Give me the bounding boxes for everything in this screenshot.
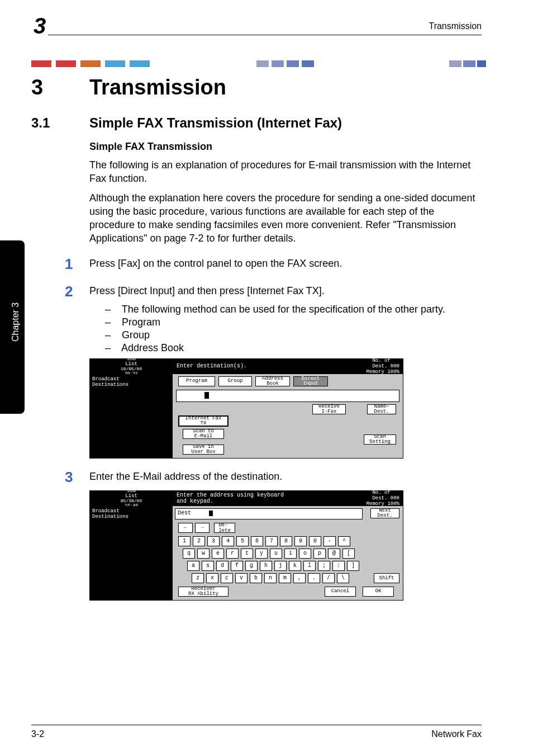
stripe <box>56 60 76 67</box>
direct-input-button[interactable]: Direct Input <box>293 376 328 386</box>
keyboard-key[interactable]: i <box>284 549 297 559</box>
keyboard-key[interactable]: 0 <box>309 536 321 546</box>
h2-number: 3.1 <box>31 115 89 131</box>
stripe <box>105 60 125 67</box>
keyboard-key[interactable]: 3 <box>207 536 220 546</box>
lcd-2: Job List 05/30/06 16:49 Enter the addres… <box>89 490 403 601</box>
shift-button[interactable]: Shift <box>374 573 399 583</box>
step-3: 3 Enter the E-Mail address of the destin… <box>65 469 482 486</box>
keyboard-key[interactable]: c <box>221 573 233 583</box>
lcd-screenshot-1: Job List 10/05/06 20:31 Enter destinatio… <box>89 358 482 459</box>
keyboard-key[interactable]: k <box>289 561 301 571</box>
lcd1-prompt: Enter destination(s). <box>173 359 332 374</box>
address-book-button[interactable]: Address Book <box>255 376 290 386</box>
keyboard-key[interactable]: 5 <box>236 536 249 546</box>
receive-ifax-button[interactable]: Receive I-Fax <box>312 404 346 414</box>
keyboard-key[interactable]: n <box>264 573 277 583</box>
program-button[interactable]: Program <box>178 376 215 386</box>
keyboard-key[interactable]: 4 <box>222 536 234 546</box>
text-cursor-icon <box>209 511 213 516</box>
keyboard-key[interactable]: d <box>216 561 229 571</box>
keyboard-key[interactable]: s <box>202 561 214 571</box>
keyboard-key[interactable]: 1 <box>178 536 191 546</box>
keyboard-key[interactable]: m <box>279 573 291 583</box>
keyboard-key[interactable]: 6 <box>251 536 263 546</box>
keyboard-key[interactable]: h <box>260 561 272 571</box>
keyboard-key[interactable]: y <box>255 549 268 559</box>
keyboard-key[interactable]: 9 <box>294 536 307 546</box>
arrow-right-button[interactable]: → <box>195 523 210 533</box>
keyboard-key[interactable]: ^ <box>338 536 350 546</box>
keyboard-key[interactable]: a <box>187 561 199 571</box>
keyboard-key[interactable]: w <box>197 549 210 559</box>
stripe <box>287 60 299 67</box>
stripe <box>31 60 51 67</box>
keyboard-key[interactable]: ; <box>318 561 330 571</box>
step-2-number: 2 <box>65 283 89 300</box>
keyboard-key[interactable]: q <box>183 549 195 559</box>
delete-button[interactable]: De- lete <box>214 523 235 533</box>
name-dest-button[interactable]: Name↔ Dest. <box>367 404 396 414</box>
keyboard-key[interactable]: j <box>274 561 287 571</box>
keyboard-key[interactable]: g <box>245 561 258 571</box>
dash-icon: – <box>105 316 111 328</box>
keyboard-key[interactable]: / <box>322 573 335 583</box>
destination-input[interactable] <box>176 390 399 402</box>
lcd1-body: Broadcast Destinations Program Group Add… <box>90 374 403 458</box>
keyboard-key[interactable]: l <box>303 561 316 571</box>
page-header: 3 Transmission <box>0 16 533 35</box>
step-2-sub-c: – Address Book <box>105 342 482 354</box>
keyboard-key[interactable]: 7 <box>265 536 278 546</box>
keyboard-key[interactable]: r <box>226 549 239 559</box>
heading-2: 3.1 Simple FAX Transmission (Internet Fa… <box>31 115 482 131</box>
ok-button[interactable]: OK <box>363 587 394 597</box>
keyboard-key[interactable]: [ <box>342 549 355 559</box>
step-2-text: Press [Direct Input] and then press [Int… <box>89 283 482 300</box>
step-2-sub-b-text: Group <box>122 329 150 341</box>
keyboard-key[interactable]: . <box>308 573 320 583</box>
keyboard-key[interactable]: 8 <box>280 536 292 546</box>
next-dest-button[interactable]: Next Dest. <box>370 508 399 518</box>
keyboard-key[interactable]: p <box>313 549 326 559</box>
keyboard-key[interactable]: : <box>332 561 345 571</box>
save-in-userbox-button[interactable]: Save in User Box <box>183 445 224 455</box>
dest-label: Dest <box>178 510 191 516</box>
destination-input[interactable]: Dest <box>175 508 363 519</box>
lcd2-topbar: Job List 05/30/06 16:49 Enter the addres… <box>90 491 403 506</box>
scan-to-email-button[interactable]: Scan to E-Mail <box>183 429 224 439</box>
keyboard-key[interactable]: x <box>206 573 218 583</box>
keyboard-key[interactable]: , <box>293 573 306 583</box>
keyboard-key[interactable]: f <box>231 561 243 571</box>
job-list-button[interactable]: Job List 10/05/06 20:31 <box>90 359 173 374</box>
stripe <box>272 60 284 67</box>
arrow-left-button[interactable]: ← <box>178 523 193 533</box>
keyboard-key[interactable]: b <box>250 573 262 583</box>
keyboard-key[interactable]: - <box>323 536 336 546</box>
internet-fax-tx-button[interactable]: Internet Fax TX <box>178 415 229 427</box>
keyboard-key[interactable]: u <box>270 549 282 559</box>
keyboard-key[interactable]: e <box>212 549 224 559</box>
keyboard-key[interactable]: ] <box>347 561 359 571</box>
step-2-sub-a: – Program <box>105 316 482 328</box>
keyboard-key[interactable]: o <box>299 549 311 559</box>
keyboard-key[interactable]: v <box>235 573 248 583</box>
cancel-button[interactable]: Cancel <box>325 587 356 597</box>
stripe <box>80 60 101 67</box>
h1-text: Transmission <box>89 75 226 100</box>
paragraph-1: The following is an explanation of proce… <box>89 158 482 186</box>
keyboard-key[interactable]: 2 <box>193 536 205 546</box>
side-section-label: Transmission <box>8 349 23 414</box>
receiver-rx-ability-button[interactable]: Receiver RX Ability <box>178 587 229 597</box>
keyboard-key[interactable]: z <box>192 573 204 583</box>
lcd2-prompt: Enter the address using keyboard and key… <box>173 491 332 505</box>
keyboard-key[interactable]: \ <box>337 573 349 583</box>
keyboard-key[interactable]: @ <box>328 549 340 559</box>
job-list-button[interactable]: Job List 05/30/06 16:49 <box>90 491 173 505</box>
scan-setting-button[interactable]: Scan Setting <box>364 434 396 445</box>
group-button[interactable]: Group <box>218 376 252 386</box>
job-list-label: Job List <box>125 357 137 367</box>
heading-3: Simple FAX Transmission <box>89 141 482 153</box>
lcd-screenshot-2: Job List 05/30/06 16:49 Enter the addres… <box>89 490 482 601</box>
step-2-sub-c-text: Address Book <box>121 342 184 353</box>
keyboard-key[interactable]: t <box>241 549 253 559</box>
